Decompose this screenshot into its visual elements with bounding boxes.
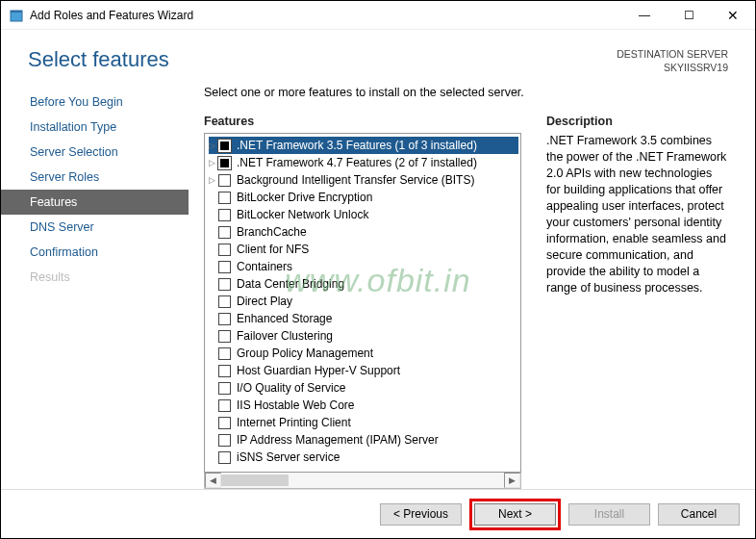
feature-row[interactable]: IP Address Management (IPAM) Server: [209, 431, 518, 449]
feature-row[interactable]: Failover Clustering: [209, 327, 518, 345]
feature-row[interactable]: ▷.NET Framework 3.5 Features (1 of 3 ins…: [209, 137, 518, 154]
feature-label: .NET Framework 4.7 Features (2 of 7 inst…: [237, 154, 477, 171]
install-button: Install: [568, 503, 650, 526]
feature-label: Internet Printing Client: [237, 414, 351, 431]
feature-checkbox[interactable]: [218, 434, 231, 447]
svg-rect-1: [11, 11, 22, 13]
expand-icon[interactable]: ▷: [209, 154, 218, 171]
nav-server-selection[interactable]: Server Selection: [1, 140, 189, 165]
feature-label: Containers: [237, 258, 292, 275]
feature-checkbox[interactable]: [218, 174, 231, 187]
feature-label: Direct Play: [237, 293, 292, 310]
feature-checkbox[interactable]: [218, 192, 231, 204]
feature-row[interactable]: Host Guardian Hyper-V Support: [209, 362, 518, 379]
feature-checkbox[interactable]: [218, 347, 231, 360]
horizontal-scrollbar[interactable]: ◀ ▶: [204, 473, 521, 489]
feature-row[interactable]: Internet Printing Client: [209, 414, 518, 431]
window-title: Add Roles and Features Wizard: [30, 9, 622, 22]
feature-row[interactable]: Group Policy Management: [209, 345, 518, 362]
feature-label: BranchCache: [237, 223, 307, 241]
feature-row[interactable]: ▷.NET Framework 4.7 Features (2 of 7 ins…: [209, 154, 518, 171]
next-highlight: Next >: [469, 499, 561, 530]
feature-checkbox[interactable]: [218, 313, 231, 325]
page-title: Select features: [28, 47, 617, 72]
feature-checkbox[interactable]: [218, 451, 231, 464]
feature-label: IIS Hostable Web Core: [237, 397, 355, 414]
feature-label: Host Guardian Hyper-V Support: [237, 362, 400, 379]
feature-label: iSNS Server service: [237, 449, 340, 466]
feature-label: Enhanced Storage: [237, 310, 332, 327]
feature-row[interactable]: Containers: [209, 258, 518, 275]
cancel-button[interactable]: Cancel: [658, 503, 740, 526]
maximize-button[interactable]: ☐: [667, 1, 711, 30]
feature-checkbox[interactable]: [218, 261, 231, 273]
feature-row[interactable]: Enhanced Storage: [209, 310, 518, 327]
description-column: Description .NET Framework 3.5 combines …: [546, 115, 728, 489]
app-icon: [9, 8, 24, 23]
destination-server: DESTINATION SERVER SKYIISSRV19: [617, 47, 728, 74]
feature-row[interactable]: I/O Quality of Service: [209, 379, 518, 397]
nav-installation-type[interactable]: Installation Type: [1, 115, 189, 140]
feature-label: Group Policy Management: [237, 345, 373, 362]
nav-results: Results: [1, 265, 189, 290]
feature-row[interactable]: ▷Background Intelligent Transfer Service…: [209, 171, 518, 189]
scroll-track[interactable]: [221, 473, 504, 488]
previous-button[interactable]: < Previous: [380, 503, 462, 526]
close-button[interactable]: ✕: [711, 1, 755, 30]
feature-checkbox[interactable]: [218, 140, 231, 152]
nav-dns-server[interactable]: DNS Server: [1, 215, 189, 240]
feature-label: Failover Clustering: [237, 327, 333, 345]
features-label: Features: [204, 115, 521, 133]
feature-row[interactable]: Client for NFS: [209, 241, 518, 258]
feature-checkbox[interactable]: [218, 417, 231, 429]
feature-label: .NET Framework 3.5 Features (1 of 3 inst…: [237, 137, 477, 154]
nav-before-you-begin[interactable]: Before You Begin: [1, 90, 189, 115]
feature-checkbox[interactable]: [218, 157, 231, 169]
feature-checkbox[interactable]: [218, 399, 231, 412]
titlebar: Add Roles and Features Wizard — ☐ ✕: [1, 1, 755, 30]
feature-row[interactable]: BranchCache: [209, 223, 518, 241]
nav-confirmation[interactable]: Confirmation: [1, 240, 189, 265]
feature-row[interactable]: iSNS Server service: [209, 449, 518, 466]
footer: < Previous Next > Install Cancel: [1, 490, 755, 538]
features-listbox[interactable]: ▷.NET Framework 3.5 Features (1 of 3 ins…: [204, 133, 521, 473]
nav-server-roles[interactable]: Server Roles: [1, 165, 189, 190]
feature-row[interactable]: Data Center Bridging: [209, 275, 518, 293]
dest-label: DESTINATION SERVER: [617, 47, 728, 61]
description-text: .NET Framework 3.5 combines the power of…: [546, 133, 728, 296]
feature-checkbox[interactable]: [218, 365, 231, 377]
dest-value: SKYIISSRV19: [617, 61, 728, 74]
feature-row[interactable]: Direct Play: [209, 293, 518, 310]
feature-checkbox[interactable]: [218, 226, 231, 239]
window: Add Roles and Features Wizard — ☐ ✕ Sele…: [0, 0, 756, 539]
nav-features[interactable]: Features: [1, 190, 189, 215]
feature-row[interactable]: BitLocker Network Unlock: [209, 206, 518, 223]
main-panel: Select one or more features to install o…: [189, 84, 755, 489]
scroll-left-button[interactable]: ◀: [205, 473, 221, 488]
minimize-button[interactable]: —: [622, 1, 667, 30]
expand-icon[interactable]: ▷: [209, 171, 218, 189]
scroll-right-button[interactable]: ▶: [504, 473, 520, 488]
nav-sidebar: Before You Begin Installation Type Serve…: [1, 84, 189, 489]
scroll-thumb[interactable]: [221, 475, 289, 486]
feature-label: I/O Quality of Service: [237, 379, 345, 397]
feature-row[interactable]: IIS Hostable Web Core: [209, 397, 518, 414]
feature-label: BitLocker Drive Encryption: [237, 189, 372, 206]
feature-checkbox[interactable]: [218, 330, 231, 343]
header: Select features DESTINATION SERVER SKYII…: [1, 30, 755, 74]
feature-label: Client for NFS: [237, 241, 309, 258]
expand-icon[interactable]: ▷: [209, 137, 218, 154]
feature-row[interactable]: BitLocker Drive Encryption: [209, 189, 518, 206]
feature-checkbox[interactable]: [218, 382, 231, 395]
feature-label: BitLocker Network Unlock: [237, 206, 368, 223]
feature-checkbox[interactable]: [218, 244, 231, 256]
feature-label: IP Address Management (IPAM) Server: [237, 431, 439, 449]
next-button[interactable]: Next >: [474, 503, 556, 526]
feature-label: Data Center Bridging: [237, 275, 344, 293]
feature-checkbox[interactable]: [218, 209, 231, 221]
description-label: Description: [546, 115, 728, 133]
content: Before You Begin Installation Type Serve…: [1, 74, 755, 489]
feature-checkbox[interactable]: [218, 278, 231, 291]
feature-checkbox[interactable]: [218, 295, 231, 308]
instruction-text: Select one or more features to install o…: [204, 84, 728, 115]
